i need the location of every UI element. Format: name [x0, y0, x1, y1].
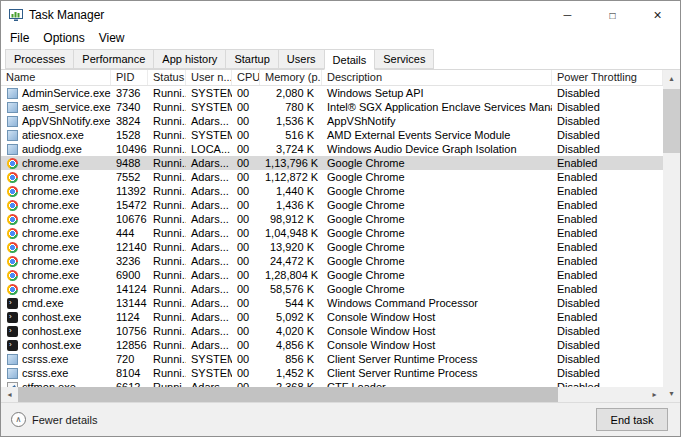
tab-details[interactable]: Details — [324, 49, 376, 70]
cell-cpu: 00 — [232, 142, 260, 156]
cell-memory: 4,020 K — [260, 324, 322, 338]
tab-app-history[interactable]: App history — [153, 49, 226, 69]
cell-description: Google Chrome — [322, 170, 552, 184]
tab-users[interactable]: Users — [278, 49, 325, 69]
column-header-name[interactable]: Name — [1, 70, 111, 85]
cell-cpu: 00 — [232, 254, 260, 268]
table-row[interactable]: chrome.exe7552Runni...Adars...001,12,872… — [1, 170, 663, 184]
cell-pid: 11392 — [111, 184, 148, 198]
column-header-cpu[interactable]: CPU — [232, 70, 260, 85]
table-row[interactable]: chrome.exe15472Runni...Adars...001,436 K… — [1, 198, 663, 212]
maximize-button[interactable]: □ — [590, 1, 635, 29]
cell-memory: 13,920 K — [260, 240, 322, 254]
chrome-icon — [7, 284, 18, 295]
table-row[interactable]: atiesnox.exe1528Runni...SYSTEM00516 KAMD… — [1, 128, 663, 142]
cell-memory: 2,080 K — [260, 86, 322, 100]
cell-power-throttling: Disabled — [552, 338, 663, 352]
table-row[interactable]: chrome.exe3236Runni...Adars...0024,472 K… — [1, 254, 663, 268]
console-icon — [7, 312, 18, 323]
cell-power-throttling: Disabled — [552, 324, 663, 338]
horizontal-scrollbar[interactable]: ◂ ▸ — [1, 387, 663, 402]
generic-icon — [7, 354, 18, 365]
scroll-left-icon[interactable]: ◂ — [1, 387, 18, 402]
table-row[interactable]: cmd.exe13144Runni...Adars...00544 KWindo… — [1, 296, 663, 310]
table-row[interactable]: chrome.exe444Runni...Adars...001,04,948 … — [1, 226, 663, 240]
cell-name: csrss.exe — [1, 366, 111, 380]
cell-name: AdminService.exe — [1, 86, 111, 100]
table-row[interactable]: aesm_service.exe7340Runni...SYSTEM00780 … — [1, 100, 663, 114]
table-row[interactable]: chrome.exe14124Runni...Adars...0058,576 … — [1, 282, 663, 296]
vertical-scrollbar[interactable]: ▴ ▾ — [663, 70, 680, 402]
tab-performance[interactable]: Performance — [73, 49, 154, 69]
menu-item-options[interactable]: Options — [36, 29, 91, 48]
cell-pid: 10496 — [111, 142, 148, 156]
cell-power-throttling: Disabled — [552, 86, 663, 100]
column-header-pid[interactable]: PID — [111, 70, 148, 85]
cell-status: Runni... — [148, 338, 186, 352]
cell-user: Adars... — [186, 226, 232, 240]
cell-name: chrome.exe — [1, 240, 111, 254]
column-header-memory[interactable]: Memory (p... — [260, 70, 322, 85]
table-row[interactable]: conhost.exe12856Runni...Adars...004,856 … — [1, 338, 663, 352]
cell-name: chrome.exe — [1, 212, 111, 226]
tab-startup[interactable]: Startup — [225, 49, 278, 69]
scroll-up-icon[interactable]: ▴ — [663, 70, 680, 87]
fewer-details-toggle[interactable]: ∧ Fewer details — [11, 412, 97, 427]
table-row[interactable]: AdminService.exe3736Runni...SYSTEM002,08… — [1, 86, 663, 100]
table-row[interactable]: csrss.exe720Runni...SYSTEM00856 KClient … — [1, 352, 663, 366]
table-row[interactable]: chrome.exe9488Runni...Adars...001,13,796… — [1, 156, 663, 170]
horizontal-scrollbar-thumb[interactable] — [18, 387, 558, 402]
table-row[interactable]: conhost.exe10756Runni...Adars...004,020 … — [1, 324, 663, 338]
vertical-scrollbar-thumb[interactable] — [663, 89, 680, 153]
table-row[interactable]: csrss.exe8104Runni...SYSTEM001,452 KClie… — [1, 366, 663, 380]
tab-services[interactable]: Services — [374, 49, 434, 69]
cell-user: SYSTEM — [186, 86, 232, 100]
cell-user: Adars... — [186, 282, 232, 296]
table-row[interactable]: conhost.exe1124Runni...Adars...005,092 K… — [1, 310, 663, 324]
chrome-icon — [7, 228, 18, 239]
cell-status: Runni... — [148, 226, 186, 240]
scroll-down-icon[interactable]: ▾ — [663, 385, 680, 402]
cell-cpu: 00 — [232, 226, 260, 240]
table-row[interactable]: chrome.exe6900Runni...Adars...001,28,804… — [1, 268, 663, 282]
console-icon — [7, 340, 18, 351]
column-header-description[interactable]: Description — [322, 70, 552, 85]
cell-status: Runni... — [148, 142, 186, 156]
cell-status: Runni... — [148, 352, 186, 366]
table-row[interactable]: audiodg.exe10496Runni...LOCA...003,724 K… — [1, 142, 663, 156]
minimize-button[interactable]: ─ — [545, 1, 590, 29]
cell-name: chrome.exe — [1, 184, 111, 198]
cell-cpu: 00 — [232, 240, 260, 254]
cell-name: atiesnox.exe — [1, 128, 111, 142]
generic-icon — [7, 368, 18, 379]
end-task-button[interactable]: End task — [596, 408, 668, 431]
scroll-right-icon[interactable]: ▸ — [646, 387, 663, 402]
column-header-power-throttling[interactable]: Power Throttling — [552, 70, 663, 85]
column-header-user[interactable]: User n... — [186, 70, 232, 85]
table-row[interactable]: chrome.exe10676Runni...Adars...0098,912 … — [1, 212, 663, 226]
cell-description: CTF Loader — [322, 380, 552, 387]
cell-status: Runni... — [148, 170, 186, 184]
cell-memory: 1,436 K — [260, 198, 322, 212]
cell-user: Adars... — [186, 212, 232, 226]
cell-cpu: 00 — [232, 156, 260, 170]
cell-status: Runni... — [148, 366, 186, 380]
cell-pid: 6900 — [111, 268, 148, 282]
tab-processes[interactable]: Processes — [5, 49, 74, 69]
table-row[interactable]: AppVShNotify.exe3824Runni...Adars...001,… — [1, 114, 663, 128]
title-bar[interactable]: Task Manager ─ □ × — [1, 1, 680, 29]
table-row[interactable]: chrome.exe11392Runni...Adars...001,440 K… — [1, 184, 663, 198]
cell-pid: 3736 — [111, 86, 148, 100]
cell-power-throttling: Disabled — [552, 114, 663, 128]
generic-icon — [7, 102, 18, 113]
table-row[interactable]: chrome.exe12140Runni...Adars...0013,920 … — [1, 240, 663, 254]
cell-description: Windows Setup API — [322, 86, 552, 100]
menu-item-file[interactable]: File — [3, 29, 36, 48]
cell-power-throttling: Disabled — [552, 100, 663, 114]
horizontal-scrollbar-track[interactable] — [558, 387, 646, 402]
close-button[interactable]: × — [635, 1, 680, 29]
table-row[interactable]: ctfmon.exe6612Runni...Adars...002,368 KC… — [1, 380, 663, 387]
column-header-status[interactable]: Status — [148, 70, 186, 85]
menu-item-view[interactable]: View — [92, 29, 132, 48]
cell-status: Runni... — [148, 296, 186, 310]
